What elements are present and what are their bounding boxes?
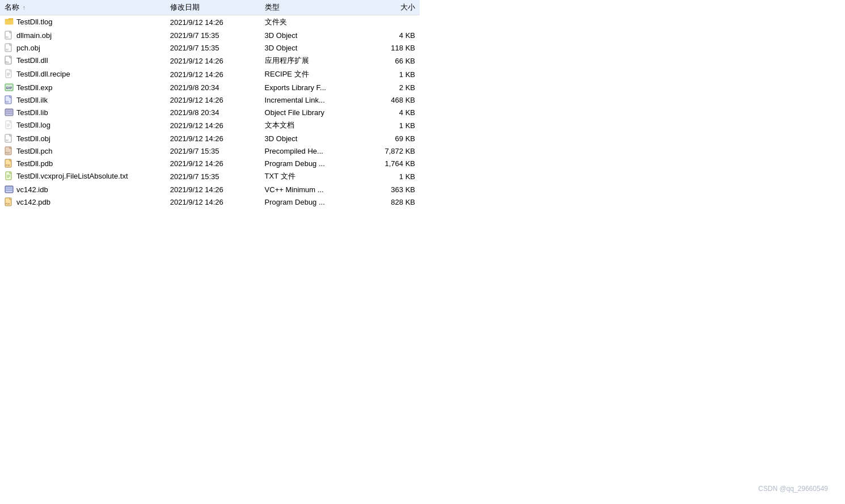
col-header-size[interactable]: 大小 <box>366 0 420 15</box>
file-date-cell: 2021/9/8 20:34 <box>166 106 260 118</box>
table-row[interactable]: TestDll.vcxproj.FileListAbsolute.txt2021… <box>0 170 420 183</box>
file-size-cell: 363 KB <box>366 183 420 196</box>
file-icon-folder <box>5 17 14 26</box>
file-icon-exp: EXP <box>5 83 14 92</box>
table-row[interactable]: TestDll.dll.recipe2021/9/12 14:26RECIPE … <box>0 67 420 81</box>
svg-rect-17 <box>6 113 12 114</box>
table-row[interactable]: PDB TestDll.pdb2021/9/12 14:26Program De… <box>0 157 420 170</box>
svg-rect-33 <box>6 187 12 188</box>
file-name-cell[interactable]: TestDll.lib <box>0 106 166 118</box>
file-name-label: TestDll.obj <box>16 134 50 143</box>
file-name-cell[interactable]: TestDll.dll.recipe <box>0 67 166 80</box>
svg-text:PCH: PCH <box>6 152 10 154</box>
table-row[interactable]: TestDll.lib2021/9/8 20:34Object File Lib… <box>0 106 420 118</box>
file-size-cell: 1 KB <box>366 170 420 183</box>
file-date-cell: 2021/9/12 14:26 <box>166 94 260 106</box>
file-date-cell: 2021/9/12 14:26 <box>166 15 260 29</box>
table-row[interactable]: PCH TestDll.pch2021/9/7 15:35Precompiled… <box>0 145 420 157</box>
file-name-cell[interactable]: TestDll.tlog <box>0 15 166 28</box>
file-date-cell: 2021/9/12 14:26 <box>166 157 260 170</box>
file-date-cell: 2021/9/12 14:26 <box>166 67 260 81</box>
file-name-cell[interactable]: PDB TestDll.pdb <box>0 157 166 170</box>
svg-text:DLL: DLL <box>6 61 9 63</box>
file-date-cell: 2021/9/7 15:35 <box>166 145 260 157</box>
file-icon-lib <box>5 108 14 117</box>
file-name-cell[interactable]: EXP TestDll.exp <box>0 81 166 94</box>
file-name-label: TestDll.dll.recipe <box>16 70 70 78</box>
table-row[interactable]: TestDll.tlog2021/9/12 14:26文件夹 <box>0 15 420 29</box>
file-name-cell[interactable]: TestDll.log <box>0 118 166 131</box>
file-type-cell: Incremental Link... <box>260 94 367 106</box>
svg-text:PDB: PDB <box>6 164 10 167</box>
file-size-cell: 69 KB <box>366 132 420 145</box>
file-date-cell: 2021/9/12 14:26 <box>166 132 260 145</box>
file-type-cell: 3D Object <box>260 132 367 145</box>
file-tbody: TestDll.tlog2021/9/12 14:26文件夹 3D dllmai… <box>0 15 420 209</box>
file-date-cell: 2021/9/12 14:26 <box>166 183 260 196</box>
file-type-cell: Exports Library F... <box>260 81 367 94</box>
table-row[interactable]: 3D dllmain.obj2021/9/7 15:353D Object4 K… <box>0 29 420 41</box>
file-icon-idb <box>5 185 14 194</box>
file-type-cell: Program Debug ... <box>260 196 367 208</box>
col-header-date[interactable]: 修改日期 <box>166 0 260 15</box>
col-header-type[interactable]: 类型 <box>260 0 367 15</box>
file-name-label: vc142.pdb <box>16 198 50 206</box>
table-row[interactable]: ILK TestDll.ilk2021/9/12 14:26Incrementa… <box>0 94 420 106</box>
file-name-cell[interactable]: PCH TestDll.pch <box>0 145 166 157</box>
col-header-name[interactable]: 名称 ↑ <box>0 0 166 15</box>
file-size-cell <box>366 15 420 29</box>
file-type-cell: RECIPE 文件 <box>260 67 367 81</box>
svg-rect-15 <box>6 109 12 111</box>
svg-text:EXP: EXP <box>6 86 12 90</box>
svg-text:3D: 3D <box>6 139 9 142</box>
watermark: CSDN @qq_29660549 <box>758 485 828 493</box>
file-name-cell[interactable]: 3D TestDll.obj <box>0 132 166 145</box>
table-row[interactable]: TestDll.log2021/9/12 14:26文本文档1 KB <box>0 118 420 132</box>
file-date-cell: 2021/9/7 15:35 <box>166 29 260 41</box>
file-type-cell: 文件夹 <box>260 15 367 29</box>
file-date-cell: 2021/9/12 14:26 <box>166 118 260 132</box>
svg-rect-35 <box>6 190 12 191</box>
table-row[interactable]: 3D pch.obj2021/9/7 15:353D Object118 KB <box>0 41 420 54</box>
file-size-cell: 4 KB <box>366 106 420 118</box>
file-size-cell: 1 KB <box>366 118 420 132</box>
file-icon-dll: DLL <box>5 56 14 65</box>
file-name-cell[interactable]: TestDll.vcxproj.FileListAbsolute.txt <box>0 170 166 182</box>
file-name-label: dllmain.obj <box>16 31 52 40</box>
svg-text:3D: 3D <box>6 48 9 51</box>
file-name-cell[interactable]: PDB vc142.pdb <box>0 196 166 208</box>
file-date-cell: 2021/9/7 15:35 <box>166 41 260 54</box>
file-name-cell[interactable]: vc142.idb <box>0 183 166 196</box>
table-row[interactable]: PDB vc142.pdb2021/9/12 14:26Program Debu… <box>0 196 420 208</box>
file-icon-pch: PCH <box>5 146 14 155</box>
file-size-cell: 2 KB <box>366 81 420 94</box>
file-type-cell: VC++ Minimum ... <box>260 183 367 196</box>
file-icon-log <box>5 120 14 129</box>
file-icon-obj: 3D <box>5 43 14 52</box>
table-row[interactable]: 3D TestDll.obj2021/9/12 14:263D Object69… <box>0 132 420 145</box>
file-name-cell[interactable]: 3D dllmain.obj <box>0 29 166 41</box>
file-size-cell: 1,764 KB <box>366 157 420 170</box>
file-list-container: 名称 ↑ 修改日期 类型 大小 TestDll.tlog2021/9/12 14… <box>0 0 420 208</box>
file-icon-obj: 3D <box>5 31 14 40</box>
file-date-cell: 2021/9/7 15:35 <box>166 170 260 183</box>
file-size-cell: 7,872 KB <box>366 145 420 157</box>
svg-text:3D: 3D <box>6 36 9 39</box>
file-size-cell: 1 KB <box>366 67 420 81</box>
table-row[interactable]: EXP TestDll.exp2021/9/8 20:34Exports Lib… <box>0 81 420 94</box>
file-name-cell[interactable]: DLL TestDll.dll <box>0 54 166 66</box>
file-size-cell: 66 KB <box>366 54 420 67</box>
file-name-cell[interactable]: ILK TestDll.ilk <box>0 94 166 106</box>
file-type-cell: 文本文档 <box>260 118 367 132</box>
table-row[interactable]: DLL TestDll.dll2021/9/12 14:26应用程序扩展66 K… <box>0 54 420 67</box>
table-row[interactable]: vc142.idb2021/9/12 14:26VC++ Minimum ...… <box>0 183 420 196</box>
file-size-cell: 468 KB <box>366 94 420 106</box>
svg-rect-34 <box>6 188 12 189</box>
file-size-cell: 828 KB <box>366 196 420 208</box>
file-date-cell: 2021/9/8 20:34 <box>166 81 260 94</box>
file-table: 名称 ↑ 修改日期 类型 大小 TestDll.tlog2021/9/12 14… <box>0 0 420 208</box>
file-name-cell[interactable]: 3D pch.obj <box>0 41 166 54</box>
svg-rect-16 <box>6 111 12 112</box>
file-icon-recipe <box>5 69 14 78</box>
file-icon-ilk: ILK <box>5 95 14 104</box>
